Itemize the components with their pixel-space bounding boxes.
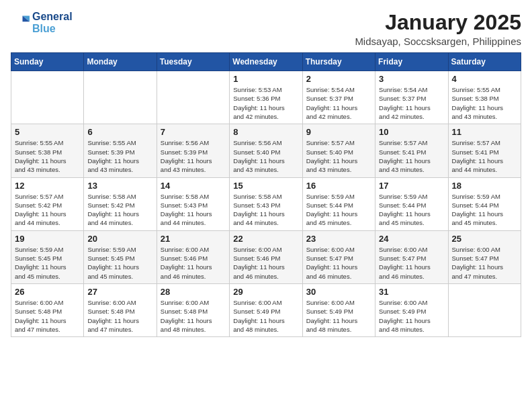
week-row-3: 12Sunrise: 5:57 AM Sunset: 5:42 PM Dayli… (11, 177, 521, 230)
main-title: January 2025 (355, 11, 521, 34)
calendar-cell: 8Sunrise: 5:56 AM Sunset: 5:40 PM Daylig… (230, 124, 302, 177)
calendar-cell: 26Sunrise: 6:00 AM Sunset: 5:48 PM Dayli… (11, 283, 84, 336)
day-info: Sunrise: 5:57 AM Sunset: 5:41 PM Dayligh… (379, 138, 444, 174)
calendar-cell: 16Sunrise: 5:59 AM Sunset: 5:44 PM Dayli… (302, 177, 375, 230)
calendar-cell (448, 283, 521, 336)
day-info: Sunrise: 5:56 AM Sunset: 5:40 PM Dayligh… (233, 138, 298, 174)
day-number: 30 (306, 287, 371, 297)
week-row-4: 19Sunrise: 5:59 AM Sunset: 5:45 PM Dayli… (11, 230, 521, 283)
calendar-cell: 25Sunrise: 6:00 AM Sunset: 5:47 PM Dayli… (448, 230, 521, 283)
day-info: Sunrise: 5:56 AM Sunset: 5:39 PM Dayligh… (161, 138, 226, 174)
calendar-cell: 3Sunrise: 5:54 AM Sunset: 5:37 PM Daylig… (375, 71, 448, 124)
day-info: Sunrise: 6:00 AM Sunset: 5:47 PM Dayligh… (306, 245, 371, 281)
day-number: 18 (452, 181, 517, 191)
day-number: 14 (161, 181, 226, 191)
calendar-cell: 14Sunrise: 5:58 AM Sunset: 5:43 PM Dayli… (157, 177, 229, 230)
day-info: Sunrise: 5:55 AM Sunset: 5:38 PM Dayligh… (15, 138, 80, 174)
calendar-cell: 7Sunrise: 5:56 AM Sunset: 5:39 PM Daylig… (157, 124, 229, 177)
week-row-2: 5Sunrise: 5:55 AM Sunset: 5:38 PM Daylig… (11, 124, 521, 177)
day-info: Sunrise: 6:00 AM Sunset: 5:47 PM Dayligh… (379, 245, 444, 281)
calendar-cell: 24Sunrise: 6:00 AM Sunset: 5:47 PM Dayli… (375, 230, 448, 283)
page-header: General Blue January 2025 Midsayap, Socc… (11, 11, 521, 47)
day-number: 13 (87, 181, 152, 191)
day-number: 29 (233, 287, 298, 297)
day-info: Sunrise: 6:00 AM Sunset: 5:49 PM Dayligh… (379, 298, 444, 334)
day-number: 10 (379, 127, 444, 137)
day-number: 3 (379, 74, 444, 84)
calendar-cell: 4Sunrise: 5:55 AM Sunset: 5:38 PM Daylig… (448, 71, 521, 124)
day-number: 1 (233, 74, 298, 84)
day-info: Sunrise: 5:55 AM Sunset: 5:39 PM Dayligh… (87, 138, 152, 174)
day-number: 23 (306, 234, 371, 244)
day-number: 28 (161, 287, 226, 297)
day-number: 6 (87, 127, 152, 137)
header-day-tuesday: Tuesday (157, 53, 229, 71)
day-number: 31 (379, 287, 444, 297)
day-number: 24 (379, 234, 444, 244)
day-info: Sunrise: 5:53 AM Sunset: 5:36 PM Dayligh… (233, 85, 298, 121)
day-info: Sunrise: 5:58 AM Sunset: 5:43 PM Dayligh… (161, 192, 226, 228)
day-info: Sunrise: 6:00 AM Sunset: 5:49 PM Dayligh… (306, 298, 371, 334)
day-info: Sunrise: 5:57 AM Sunset: 5:42 PM Dayligh… (15, 192, 80, 228)
day-number: 12 (15, 181, 80, 191)
calendar-cell: 15Sunrise: 5:58 AM Sunset: 5:43 PM Dayli… (230, 177, 302, 230)
day-info: Sunrise: 5:57 AM Sunset: 5:41 PM Dayligh… (452, 138, 517, 174)
header-row: SundayMondayTuesdayWednesdayThursdayFrid… (11, 53, 521, 71)
day-info: Sunrise: 5:59 AM Sunset: 5:44 PM Dayligh… (379, 192, 444, 228)
day-number: 25 (452, 234, 517, 244)
calendar-cell: 11Sunrise: 5:57 AM Sunset: 5:41 PM Dayli… (448, 124, 521, 177)
day-number: 21 (161, 234, 226, 244)
calendar-body: 1Sunrise: 5:53 AM Sunset: 5:36 PM Daylig… (11, 71, 521, 337)
calendar-cell: 19Sunrise: 5:59 AM Sunset: 5:45 PM Dayli… (11, 230, 84, 283)
day-info: Sunrise: 5:54 AM Sunset: 5:37 PM Dayligh… (306, 85, 371, 121)
day-info: Sunrise: 5:54 AM Sunset: 5:37 PM Dayligh… (379, 85, 444, 121)
calendar-table: SundayMondayTuesdayWednesdayThursdayFrid… (11, 52, 521, 337)
day-number: 19 (15, 234, 80, 244)
day-number: 17 (379, 181, 444, 191)
calendar-cell (84, 71, 157, 124)
header-day-saturday: Saturday (448, 53, 521, 71)
day-number: 16 (306, 181, 371, 191)
week-row-5: 26Sunrise: 6:00 AM Sunset: 5:48 PM Dayli… (11, 283, 521, 336)
day-info: Sunrise: 5:59 AM Sunset: 5:45 PM Dayligh… (87, 245, 152, 281)
header-day-sunday: Sunday (11, 53, 84, 71)
calendar-cell: 1Sunrise: 5:53 AM Sunset: 5:36 PM Daylig… (230, 71, 302, 124)
title-block: January 2025 Midsayap, Soccsksargen, Phi… (355, 11, 521, 47)
calendar-cell: 17Sunrise: 5:59 AM Sunset: 5:44 PM Dayli… (375, 177, 448, 230)
day-info: Sunrise: 5:55 AM Sunset: 5:38 PM Dayligh… (452, 85, 517, 121)
day-info: Sunrise: 6:00 AM Sunset: 5:48 PM Dayligh… (161, 298, 226, 334)
day-info: Sunrise: 5:59 AM Sunset: 5:44 PM Dayligh… (452, 192, 517, 228)
calendar-cell: 5Sunrise: 5:55 AM Sunset: 5:38 PM Daylig… (11, 124, 84, 177)
calendar-cell: 23Sunrise: 6:00 AM Sunset: 5:47 PM Dayli… (302, 230, 375, 283)
header-day-friday: Friday (375, 53, 448, 71)
calendar-cell: 27Sunrise: 6:00 AM Sunset: 5:48 PM Dayli… (84, 283, 157, 336)
day-number: 27 (87, 287, 152, 297)
day-info: Sunrise: 5:58 AM Sunset: 5:43 PM Dayligh… (233, 192, 298, 228)
calendar-cell: 6Sunrise: 5:55 AM Sunset: 5:39 PM Daylig… (84, 124, 157, 177)
header-day-monday: Monday (84, 53, 157, 71)
header-day-thursday: Thursday (302, 53, 375, 71)
calendar-cell: 28Sunrise: 6:00 AM Sunset: 5:48 PM Dayli… (157, 283, 229, 336)
day-number: 2 (306, 74, 371, 84)
day-info: Sunrise: 5:59 AM Sunset: 5:45 PM Dayligh… (15, 245, 80, 281)
calendar-cell: 2Sunrise: 5:54 AM Sunset: 5:37 PM Daylig… (302, 71, 375, 124)
logo-icon (11, 13, 30, 32)
day-info: Sunrise: 6:00 AM Sunset: 5:46 PM Dayligh… (161, 245, 226, 281)
calendar-cell: 31Sunrise: 6:00 AM Sunset: 5:49 PM Dayli… (375, 283, 448, 336)
calendar-cell: 10Sunrise: 5:57 AM Sunset: 5:41 PM Dayli… (375, 124, 448, 177)
day-info: Sunrise: 6:00 AM Sunset: 5:47 PM Dayligh… (452, 245, 517, 281)
day-info: Sunrise: 6:00 AM Sunset: 5:46 PM Dayligh… (233, 245, 298, 281)
calendar-cell: 30Sunrise: 6:00 AM Sunset: 5:49 PM Dayli… (302, 283, 375, 336)
calendar-cell: 18Sunrise: 5:59 AM Sunset: 5:44 PM Dayli… (448, 177, 521, 230)
calendar-cell (11, 71, 84, 124)
day-number: 20 (87, 234, 152, 244)
calendar-cell: 20Sunrise: 5:59 AM Sunset: 5:45 PM Dayli… (84, 230, 157, 283)
day-number: 15 (233, 181, 298, 191)
day-info: Sunrise: 6:00 AM Sunset: 5:48 PM Dayligh… (87, 298, 152, 334)
day-number: 4 (452, 74, 517, 84)
subtitle: Midsayap, Soccsksargen, Philippines (355, 36, 521, 47)
logo-text: General Blue (32, 11, 73, 34)
day-info: Sunrise: 5:59 AM Sunset: 5:44 PM Dayligh… (306, 192, 371, 228)
calendar-cell: 9Sunrise: 5:57 AM Sunset: 5:40 PM Daylig… (302, 124, 375, 177)
calendar-cell: 22Sunrise: 6:00 AM Sunset: 5:46 PM Dayli… (230, 230, 302, 283)
